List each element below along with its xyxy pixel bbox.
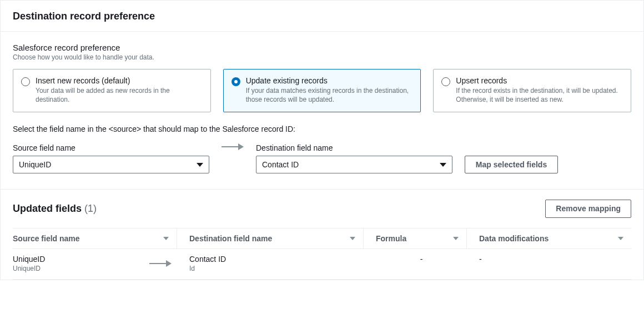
pref-hint: Choose how you would like to handle your… (13, 53, 631, 61)
row-src-sub: UniqueID (13, 265, 45, 272)
remove-mapping-button[interactable]: Remove mapping (545, 200, 631, 217)
radio-icon (441, 77, 450, 86)
col-data-modifications[interactable]: Data modifications (467, 228, 631, 249)
sort-icon (453, 237, 459, 240)
sort-icon (163, 237, 169, 240)
destination-field-select[interactable]: Contact ID (256, 156, 452, 173)
option-insert-new[interactable]: Insert new records (default) Your data w… (13, 69, 211, 112)
preference-body: Salesforce record preference Choose how … (1, 32, 643, 189)
arrow-right-icon (149, 260, 172, 267)
option-desc: If your data matches existing records in… (246, 86, 413, 104)
source-field-label: Source field name (13, 143, 209, 152)
chevron-down-icon (440, 163, 446, 167)
option-title: Upsert records (456, 76, 623, 85)
sort-icon (350, 237, 355, 240)
section-header: Destination record preference (1, 1, 643, 32)
mappings-table-header: Source field name Destination field name… (13, 228, 631, 249)
arrow-cell (222, 143, 244, 155)
updated-fields-header: Updated fields (1) Remove mapping (13, 200, 631, 217)
source-field-select[interactable]: UniqueID (13, 156, 209, 173)
row-mod: - (479, 255, 482, 264)
option-title: Update existing records (246, 76, 413, 85)
col-source[interactable]: Source field name (13, 228, 177, 249)
option-desc: Your data will be added as new records i… (36, 86, 203, 104)
updated-fields-count: (1) (84, 203, 97, 214)
col-destination[interactable]: Destination field name (177, 228, 364, 249)
pref-subtitle: Salesforce record preference (13, 43, 631, 52)
destination-field-value: Contact ID (262, 160, 299, 169)
pref-options-row: Insert new records (default) Your data w… (13, 69, 631, 112)
radio-icon (21, 77, 30, 86)
updated-fields-title: Updated fields (1) (13, 203, 97, 215)
row-formula: - (420, 255, 423, 264)
field-mapping-row: Source field name UniqueID Destination f… (13, 143, 631, 173)
row-dst-sub: Id (189, 265, 364, 272)
col-formula[interactable]: Formula (364, 228, 467, 249)
sort-icon (618, 237, 623, 240)
source-field-value: UniqueID (19, 160, 51, 169)
table-row: UniqueID UniqueID Contact ID Id - - (13, 249, 631, 280)
page-title: Destination record preference (13, 11, 631, 22)
option-title: Insert new records (default) (36, 76, 203, 85)
option-desc: If the record exists in the destination,… (456, 86, 623, 104)
radio-icon (232, 77, 240, 86)
row-dst-main: Contact ID (189, 255, 364, 264)
destination-field-label: Destination field name (256, 143, 452, 152)
row-src-main: UniqueID (13, 255, 45, 264)
option-upsert[interactable]: Upsert records If the record exists in t… (433, 69, 631, 112)
chevron-down-icon (197, 163, 203, 167)
map-instruction: Select the field name in the <source> th… (13, 125, 631, 133)
updated-fields-section: Updated fields (1) Remove mapping Source… (1, 189, 643, 279)
arrow-right-icon (222, 143, 244, 150)
map-selected-fields-button[interactable]: Map selected fields (465, 156, 558, 173)
option-update-existing[interactable]: Update existing records If your data mat… (223, 69, 421, 112)
destination-record-preference-panel: Destination record preference Salesforce… (0, 0, 644, 280)
